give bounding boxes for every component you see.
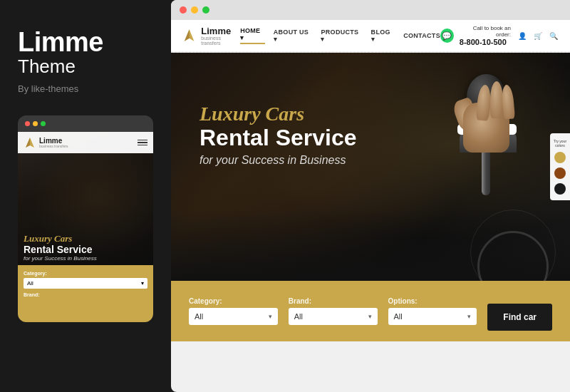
desktop-nav-menu: HOME ▾ ABOUT US ▾ PRODUCTS ▾ BLOG ▾ CONT… (240, 27, 440, 44)
desktop-hero: Luxury Cars Rental Service for your Succ… (171, 53, 570, 281)
mobile-logo: Limme business transfers (24, 136, 68, 149)
cta-label: Call to book an order: (460, 25, 511, 38)
phone-number: 8-800-10-500 (460, 38, 511, 46)
dashboard-sim (171, 210, 570, 281)
options-arrow: ▾ (467, 313, 471, 320)
mobile-hero-rental: Rental Service (24, 244, 97, 255)
brand-name: Limme (18, 29, 157, 56)
brand-arrow: ▾ (368, 313, 372, 320)
nav-item-about[interactable]: ABOUT US ▾ (274, 29, 313, 43)
desktop-dot-red (180, 6, 187, 14)
category-select[interactable]: All ▾ (189, 308, 278, 325)
mobile-brand-label: Brand: (24, 292, 147, 297)
options-value: All (394, 312, 403, 321)
desktop-dot-green (202, 6, 209, 14)
desktop-nav-right: 💬 Call to book an order: 8-800-10-500 👤 … (440, 25, 559, 46)
hand-sim (456, 81, 520, 153)
svg-marker-3 (185, 29, 190, 41)
nav-icons: 👤 🛒 🔍 (517, 30, 559, 41)
brand-label: Brand: (289, 297, 378, 305)
desktop-titlebar (171, 0, 570, 20)
options-select[interactable]: All ▾ (388, 308, 477, 325)
mobile-category-label: Category: (24, 271, 147, 276)
mobile-dot-red (25, 121, 30, 126)
desktop-logo-icon (182, 28, 197, 43)
mobile-mockup: Limme business transfers Luxury Cars Ren… (18, 115, 153, 322)
mobile-hero-for: for your Success in Business (24, 255, 97, 262)
mobile-dot-green (41, 121, 46, 126)
svg-marker-1 (26, 138, 30, 148)
mobile-hero-text: Luxury Cars Rental Service for your Succ… (24, 233, 97, 262)
nav-item-home[interactable]: HOME ▾ (240, 27, 265, 44)
mobile-logo-icon (24, 136, 36, 149)
brand-theme: Theme (18, 56, 157, 78)
mobile-search-bar: Category: All ▾ Brand: (18, 265, 153, 322)
hand-finger3 (501, 84, 515, 119)
color-swatch-black[interactable] (554, 183, 566, 195)
desktop-logo: Limme business transfers (182, 26, 240, 46)
desktop-mockup: Limme business transfers HOME ▾ ABOUT US… (171, 0, 570, 392)
desktop-hero-rental: Rental Service (200, 125, 357, 150)
category-field: Category: All ▾ (189, 297, 278, 325)
desktop-logo-text: Limme (201, 26, 240, 36)
color-swatch-gold[interactable] (554, 152, 566, 163)
phone-info: Call to book an order: 8-800-10-500 (460, 25, 511, 46)
desktop-navbar: Limme business transfers HOME ▾ ABOUT US… (171, 20, 570, 52)
options-field: Options: All ▾ (388, 297, 477, 325)
dash-ring-2 (470, 210, 556, 281)
mobile-logo-text: Limme (39, 138, 68, 145)
color-picker-label: Try your colors (553, 139, 567, 148)
color-picker[interactable]: Try your colors (550, 133, 570, 200)
desktop-search-bar: Category: All ▾ Brand: All ▾ Options: Al… (171, 281, 570, 341)
mobile-content: Limme business transfers Luxury Cars Ren… (18, 132, 153, 322)
whatsapp-icon[interactable]: 💬 (440, 29, 454, 43)
left-panel: Limme Theme By like-themes Limme (0, 0, 175, 392)
category-value: All (195, 312, 203, 321)
category-label: Category: (189, 297, 278, 305)
mobile-titlebar (18, 115, 153, 132)
desktop-hero-for: for your Success in Business (200, 154, 357, 167)
nav-item-blog[interactable]: BLOG ▾ (371, 29, 395, 43)
mobile-category-value: All (27, 280, 33, 287)
user-icon[interactable]: 👤 (517, 30, 528, 41)
desktop-logo-sub: business transfers (201, 36, 240, 46)
nav-item-products[interactable]: PRODUCTS ▾ (321, 29, 362, 43)
brand-field: Brand: All ▾ (289, 297, 378, 325)
search-icon[interactable]: 🔍 (548, 30, 559, 41)
options-label: Options: (388, 297, 477, 305)
mobile-dot-yellow (33, 121, 38, 126)
category-arrow: ▾ (269, 313, 272, 320)
desktop-browser: Limme business transfers HOME ▾ ABOUT US… (171, 20, 570, 392)
hand-finger2 (490, 81, 503, 118)
brand-by: By like-themes (18, 83, 157, 94)
color-swatch-brown[interactable] (554, 167, 566, 179)
brand-value: All (294, 312, 303, 321)
mobile-category-arrow: ▾ (141, 280, 144, 287)
brand-select[interactable]: All ▾ (289, 308, 378, 325)
desktop-dot-yellow (191, 6, 198, 14)
find-car-button[interactable]: Find car (487, 304, 552, 331)
mobile-logo-sub: business transfers (39, 145, 68, 148)
mobile-hero-luxury: Luxury Cars (24, 233, 97, 244)
desktop-hero-text: Luxury Cars Rental Service for your Succ… (200, 103, 357, 167)
cart-icon[interactable]: 🛒 (532, 30, 544, 41)
mobile-menu-icon[interactable] (138, 140, 147, 146)
mobile-category-select[interactable]: All ▾ (24, 278, 147, 289)
desktop-hero-luxury: Luxury Cars (200, 103, 357, 125)
nav-item-contacts[interactable]: CONTACTS (403, 32, 440, 39)
mobile-nav: Limme business transfers (18, 132, 153, 153)
